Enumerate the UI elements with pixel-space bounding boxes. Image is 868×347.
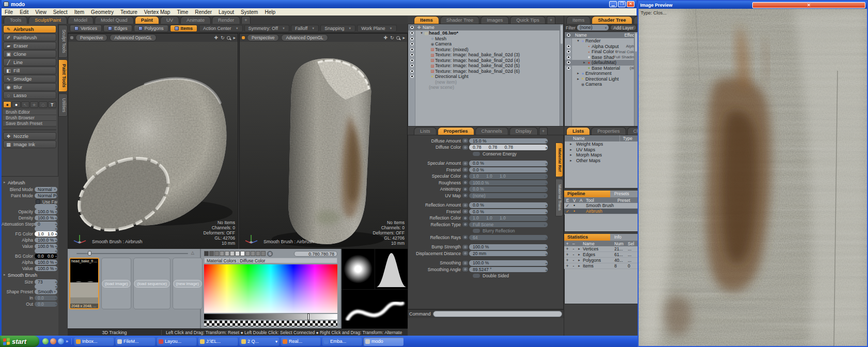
expand-arrow-icon[interactable]: ► bbox=[569, 153, 573, 156]
envelope-icon[interactable] bbox=[462, 180, 468, 185]
section-header[interactable]: Smooth Brush bbox=[2, 273, 58, 278]
property-value[interactable]: Double Sided bbox=[469, 273, 548, 279]
visibility-eye-icon[interactable] bbox=[408, 48, 415, 51]
layout-tab[interactable]: Model bbox=[68, 16, 94, 24]
brush-tip-button[interactable]: ● bbox=[3, 101, 11, 108]
panel-tab[interactable]: Images bbox=[481, 16, 509, 24]
brush-tip-button[interactable]: ↖ bbox=[21, 101, 29, 108]
image-slot[interactable]: (load image) bbox=[101, 258, 131, 309]
shader-row[interactable]: ► ● (defaultMat) bbox=[565, 60, 638, 66]
expand-plus[interactable]: + bbox=[564, 246, 570, 251]
statistics-header[interactable]: Statistics bbox=[564, 234, 610, 241]
brush-link[interactable]: Save Brush Preset bbox=[3, 121, 56, 127]
toolbar-dropdown[interactable]: Work Plane▼ bbox=[357, 25, 396, 32]
section-header[interactable]: Airbrush bbox=[2, 180, 58, 185]
list-row[interactable]: ► Morph Maps bbox=[565, 152, 638, 158]
type-column-header[interactable]: Type bbox=[619, 135, 638, 141]
expand-plus[interactable]: + bbox=[564, 258, 570, 263]
tool-button[interactable]: ◉ Blur bbox=[3, 83, 56, 91]
property-value[interactable]: 89.5247 ° bbox=[469, 267, 548, 273]
quick-launch-icon[interactable] bbox=[58, 338, 64, 344]
shader-row[interactable]: ▪ Alpha Output Alpha bbox=[565, 44, 638, 50]
panel-tab[interactable]: Quick Tips bbox=[510, 16, 545, 24]
property-value[interactable]: 0.0 bbox=[35, 302, 57, 307]
minimize-button[interactable]: ▁ bbox=[609, 1, 617, 7]
property-value[interactable] bbox=[35, 226, 57, 231]
envelope-icon[interactable] bbox=[462, 161, 468, 166]
envelope-icon[interactable] bbox=[462, 203, 468, 208]
taskbar-button[interactable]: Layou... bbox=[157, 337, 197, 346]
taskbar-button[interactable]: Emba... bbox=[322, 337, 362, 346]
shading-mode-pill[interactable]: Advanced OpenGL bbox=[281, 34, 328, 41]
expand-icon[interactable]: ▸ bbox=[233, 35, 236, 40]
property-value[interactable]: Conserve Energy bbox=[469, 151, 548, 157]
property-value[interactable]: 0.78 0.78 0.78 bbox=[469, 145, 548, 150]
vertical-tab[interactable]: Sculpt Tools bbox=[58, 25, 68, 58]
property-value[interactable]: Full Scene bbox=[469, 222, 548, 228]
visibility-eye-icon[interactable] bbox=[408, 59, 415, 62]
property-value[interactable] bbox=[35, 284, 57, 289]
close-button[interactable]: ✕ bbox=[627, 1, 634, 7]
taskbar-button[interactable]: modo bbox=[363, 337, 404, 346]
visibility-eye-icon[interactable] bbox=[565, 50, 572, 53]
expand-arrow-icon[interactable]: ► bbox=[576, 72, 580, 75]
name-column-header[interactable]: Name bbox=[575, 32, 587, 38]
quick-launch-icon[interactable] bbox=[42, 338, 49, 344]
shader-row[interactable]: ► ● Environment bbox=[565, 71, 638, 76]
name-column-header[interactable]: Name bbox=[565, 135, 585, 141]
property-value[interactable]: 0.0 % bbox=[469, 202, 548, 208]
slider-handle[interactable] bbox=[88, 251, 91, 256]
property-value[interactable]: 0.0 % bbox=[469, 161, 548, 166]
scrollbar[interactable] bbox=[560, 24, 563, 126]
color-value-field[interactable]: 0.780.780.78 bbox=[294, 251, 337, 257]
tool-button[interactable]: ▣ Clone bbox=[3, 50, 56, 58]
selection-mode-button[interactable]: Polygons bbox=[134, 25, 168, 32]
vertical-tab[interactable]: Paint Tools bbox=[58, 59, 68, 92]
gray-swatch[interactable] bbox=[209, 251, 214, 256]
expand-arrow-icon[interactable]: ► bbox=[569, 148, 573, 151]
modo-titlebar[interactable]: modo ▁ ❐ ✕ bbox=[2, 0, 637, 8]
material-sub-tab[interactable]: Material Ref bbox=[555, 143, 563, 177]
filter-dropdown[interactable]: (none) bbox=[577, 25, 609, 30]
item-row[interactable]: ▨ Texture: Image: head_bake_final_02d (3… bbox=[408, 52, 563, 58]
expand-arrow-icon[interactable]: ▼ bbox=[420, 31, 424, 35]
property-value[interactable]: 73 bbox=[35, 279, 57, 285]
property-value[interactable]: 0.0 0.0 0.0 bbox=[35, 254, 57, 259]
item-row[interactable]: ▼ ▤ head_06.lwo* bbox=[408, 30, 563, 36]
expand-arrow-icon[interactable]: ► bbox=[577, 253, 582, 256]
brush-tip-button[interactable]: T bbox=[48, 101, 56, 108]
property-value[interactable]: Use Falloff bbox=[35, 199, 57, 204]
menu-item[interactable]: View bbox=[35, 9, 47, 15]
menu-item[interactable]: Help bbox=[265, 9, 275, 15]
tool-button[interactable]: ❖ Nozzle bbox=[3, 132, 56, 140]
maximize-button[interactable]: ❐ bbox=[618, 1, 626, 7]
tool-button[interactable]: ✎ Airbrush bbox=[3, 25, 56, 33]
menu-item[interactable]: Texture bbox=[120, 9, 137, 15]
expand-arrow-icon[interactable]: ► bbox=[577, 259, 582, 262]
item-row[interactable]: ▨ Texture: Image: head_bake_final_02d (4… bbox=[408, 58, 563, 64]
zoom-icon[interactable] bbox=[227, 36, 230, 40]
shader-row[interactable]: ● Base Material (all) bbox=[565, 66, 638, 71]
visibility-eye-icon[interactable] bbox=[565, 56, 572, 59]
shader-row[interactable]: ► ✶ Directional Light bbox=[565, 76, 638, 82]
property-value[interactable]: 15.0 % bbox=[469, 138, 548, 144]
property-value[interactable]: Blurry Reflection bbox=[469, 228, 548, 234]
image-slot-label[interactable]: (new image) bbox=[173, 280, 202, 288]
item-row[interactable]: (new scene) bbox=[408, 85, 563, 90]
menu-item[interactable]: Edit bbox=[20, 9, 28, 15]
taskbar-button[interactable]: FileM... bbox=[115, 337, 156, 346]
value-marker[interactable] bbox=[308, 314, 309, 320]
panel-tab[interactable]: Display bbox=[509, 127, 538, 135]
item-row[interactable]: (new item) bbox=[408, 80, 563, 85]
alpha-checker-bar[interactable] bbox=[204, 321, 337, 326]
view-mode-pill[interactable]: Perspective bbox=[75, 34, 107, 41]
property-value[interactable]: 1.0 1.0 1.0 bbox=[469, 174, 548, 179]
property-value[interactable]: 0 bbox=[35, 222, 57, 227]
shading-mode-pill[interactable]: Advanced OpenGL bbox=[110, 34, 156, 41]
gray-swatch[interactable] bbox=[220, 251, 224, 256]
envelope-icon[interactable] bbox=[462, 193, 468, 198]
gray-swatch[interactable] bbox=[214, 251, 219, 256]
item-row[interactable]: ▨ Texture: Image: head_bake_final_02d (6… bbox=[408, 69, 563, 74]
zoom-icon[interactable] bbox=[396, 36, 400, 40]
expand-arrow-icon[interactable]: ▼ bbox=[576, 39, 580, 42]
